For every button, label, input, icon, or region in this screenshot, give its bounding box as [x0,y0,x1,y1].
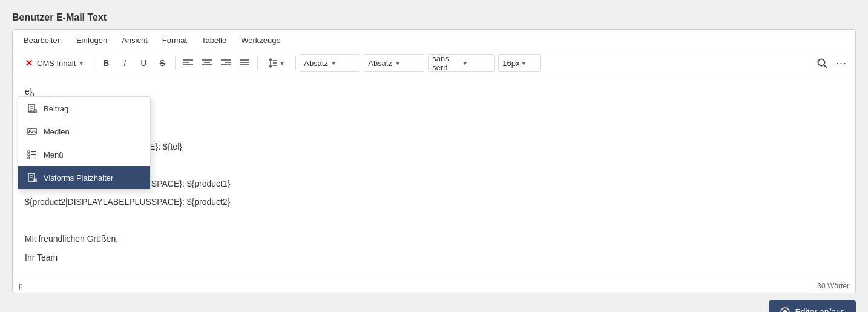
menue-icon [27,149,38,160]
sep-1 [93,56,93,70]
visforms-icon [27,172,38,183]
beitrag-icon [27,103,38,114]
dropdown-item-medien-label: Medien [44,127,70,136]
format-group: B I U S [97,54,171,72]
statusbar-tag: p [19,282,23,290]
font-family-select[interactable]: sans-serif ▼ [428,54,495,72]
dropdown-item-menue[interactable]: Menü [18,143,150,166]
bottom-bar: Editor an/aus [12,300,856,312]
svg-rect-35 [28,157,30,159]
svg-line-21 [824,65,827,68]
align-justify-button[interactable] [235,54,254,72]
line-height-button[interactable]: ▼ [261,54,292,72]
sep-4 [295,56,296,70]
statusbar: p 30 Wörter [13,279,855,293]
align-right-button[interactable] [217,54,235,72]
paragraph-select-1[interactable]: Absatz ▼ [300,54,360,72]
svg-point-20 [818,59,825,66]
page-title: Benutzer E-Mail Text [12,12,856,23]
statusbar-wordcount: 30 Wörter [817,282,849,290]
cms-dropdown-menu: Beitrag Medien [18,96,151,190]
dropdown-item-menue-label: Menü [44,150,64,159]
content-line-7: ${product2|DISPLAYLABELPLUSSPACE}: ${pro… [25,195,843,208]
menu-bearbeiten[interactable]: Bearbeiten [18,32,68,48]
menubar: Bearbeiten Einfügen Ansicht Format Tabel… [13,30,855,51]
editor-toggle-button[interactable]: Editor an/aus [769,300,856,312]
dropdown-item-medien[interactable]: Medien [18,120,150,143]
menu-tabelle[interactable]: Tabelle [196,32,232,48]
sep-2 [175,56,176,70]
content-line-8 [25,214,843,227]
joomla-icon: ✕ [22,57,35,69]
cms-inhalt-label: CMS Inhalt [37,59,76,68]
svg-rect-33 [28,154,30,156]
menu-werkzeuge[interactable]: Werkzeuge [235,32,287,48]
content-line-9: Mit freundlichen Grüßen, [25,232,843,245]
underline-button[interactable]: U [134,54,153,72]
svg-rect-31 [28,151,30,153]
align-left-button[interactable] [179,54,197,72]
content-line-10: Ihr Team [25,251,843,264]
search-button[interactable] [813,54,831,72]
align-center-button[interactable] [198,54,216,72]
bold-button[interactable]: B [97,54,115,72]
dropdown-item-beitrag-label: Beitrag [44,104,68,113]
dropdown-item-visforms[interactable]: Visforms Platzhalter [18,166,150,189]
cms-dropdown-arrow: ▼ [78,60,84,67]
editor-wrapper: Bearbeiten Einfügen Ansicht Format Tabel… [12,29,856,293]
medien-icon [27,126,38,137]
more-button[interactable]: ··· [832,54,850,72]
menu-ansicht[interactable]: Ansicht [116,32,154,48]
font-size-select[interactable]: 16px ▼ [498,54,541,72]
align-group [179,54,254,72]
menu-einfuegen[interactable]: Einfügen [70,32,113,48]
dropdown-item-visforms-label: Visforms Platzhalter [44,173,113,182]
svg-rect-29 [28,128,36,134]
editor-toggle-label: Editor an/aus [795,307,846,312]
italic-button[interactable]: I [116,54,134,72]
menu-format[interactable]: Format [156,32,193,48]
toolbar: ✕ CMS Inhalt ▼ B I U S [13,51,855,75]
dropdown-item-beitrag[interactable]: Beitrag [18,97,150,120]
cms-inhalt-button[interactable]: ✕ CMS Inhalt ▼ [18,54,89,72]
strikethrough-button[interactable]: S [153,54,171,72]
sep-3 [257,56,258,70]
paragraph-select-2[interactable]: Absatz ▼ [364,54,424,72]
